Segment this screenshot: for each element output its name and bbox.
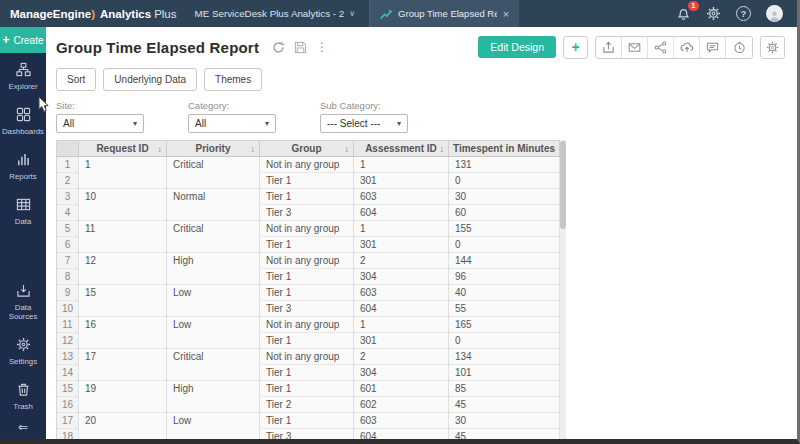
- settings-button[interactable]: [706, 6, 721, 21]
- caret-down-icon: ▾: [265, 119, 269, 128]
- cell-assessment-id: 1: [354, 221, 449, 237]
- cell-timespent: 55: [449, 301, 560, 317]
- refresh-icon[interactable]: [272, 41, 285, 54]
- clock-icon: [733, 41, 746, 54]
- brand-product: Analytics: [100, 8, 151, 20]
- cell-group: Not in any group: [260, 317, 354, 333]
- cell-timespent: 0: [449, 237, 560, 253]
- row-number: 13: [57, 349, 79, 365]
- cell-priority: High: [167, 381, 260, 413]
- table-row: 310NormalTier 160330: [57, 189, 560, 205]
- cell-timespent: 155: [449, 221, 560, 237]
- report-table-body: 11CriticalNot in any group11312Tier 1301…: [57, 157, 560, 440]
- more-options-icon[interactable]: ⋮: [316, 40, 328, 54]
- column-header-timespent[interactable]: Timespent in Minutes↓: [449, 141, 560, 157]
- create-button[interactable]: + Create: [0, 27, 46, 53]
- cell-group: Tier 3: [260, 429, 354, 440]
- edit-design-button[interactable]: Edit Design: [478, 36, 556, 58]
- sidebar-spacer: [0, 233, 46, 274]
- cell-group: Tier 3: [260, 205, 354, 221]
- save-icon[interactable]: [294, 41, 307, 54]
- column-header-priority[interactable]: Priority↓: [167, 141, 260, 157]
- cell-assessment-id: 2: [354, 253, 449, 269]
- row-number: 10: [57, 301, 79, 317]
- sort-icon[interactable]: ↓: [440, 144, 445, 154]
- sidebar-item-data-sources[interactable]: Data Sources: [0, 274, 46, 328]
- row-number: 17: [57, 413, 79, 429]
- column-header-group[interactable]: Group↓: [260, 141, 354, 157]
- cell-group: Tier 1: [260, 365, 354, 381]
- cell-request-id: 19: [79, 381, 167, 413]
- workspace-name: ME ServiceDesk Plus Analytics - 2: [195, 8, 345, 19]
- sort-icon[interactable]: ↓: [158, 144, 163, 154]
- cell-timespent: 45: [449, 429, 560, 440]
- workspace-selector[interactable]: ME ServiceDesk Plus Analytics - 2 ∨: [185, 0, 370, 27]
- trash-icon: [16, 382, 31, 399]
- sidebar-item-trash[interactable]: Trash: [0, 373, 46, 418]
- cell-priority: Critical: [167, 221, 260, 253]
- share-icon: [654, 41, 667, 54]
- cell-group: Tier 1: [260, 269, 354, 285]
- view-actions: Sort Underlying Data Themes: [56, 68, 797, 91]
- sidebar-item-dashboards[interactable]: Dashboards: [0, 98, 46, 143]
- sidebar-item-label: Data: [15, 217, 31, 226]
- cell-timespent: 144: [449, 253, 560, 269]
- row-number: 6: [57, 237, 79, 253]
- gear-icon: [16, 337, 31, 354]
- email-button[interactable]: [622, 37, 648, 58]
- comments-button[interactable]: [700, 37, 726, 58]
- row-number: 16: [57, 397, 79, 413]
- cell-assessment-id: 603: [354, 285, 449, 301]
- sidebar-item-settings[interactable]: Settings: [0, 328, 46, 373]
- schedule-button[interactable]: [726, 37, 752, 58]
- sub-category-select[interactable]: --- Select --- ▾: [320, 114, 408, 133]
- scrollbar-thumb[interactable]: [560, 141, 566, 229]
- themes-button[interactable]: Themes: [204, 68, 262, 91]
- sidebar-item-label: Dashboards: [2, 127, 44, 136]
- notification-badge: 1: [688, 1, 699, 11]
- cell-priority: Low: [167, 317, 260, 349]
- cell-priority: Critical: [167, 157, 260, 189]
- sidebar-item-data[interactable]: Data: [0, 188, 46, 233]
- row-number: 7: [57, 253, 79, 269]
- column-header-assessment-id[interactable]: Assessment ID↓: [354, 141, 449, 157]
- cloud-upload-icon: [680, 40, 694, 54]
- sort-button[interactable]: Sort: [56, 68, 96, 91]
- table-row: 1116LowNot in any group1165: [57, 317, 560, 333]
- sort-icon[interactable]: ↓: [251, 144, 256, 154]
- notifications-button[interactable]: 1: [676, 6, 691, 21]
- brand-product-suffix: Plus: [154, 8, 176, 20]
- avatar[interactable]: [766, 5, 783, 22]
- add-button[interactable]: +: [563, 36, 588, 59]
- cell-request-id: 12: [79, 253, 167, 285]
- tab-close-icon[interactable]: ×: [503, 8, 509, 20]
- cell-assessment-id: 604: [354, 429, 449, 440]
- tab-group-time-elapsed-report[interactable]: Group Time Elapsed Re... ×: [369, 0, 519, 27]
- share-button[interactable]: [648, 37, 674, 58]
- column-header-request-id[interactable]: Request ID↓: [79, 141, 167, 157]
- cell-timespent: 0: [449, 173, 560, 189]
- cell-priority: Normal: [167, 189, 260, 221]
- sort-icon[interactable]: ↓: [551, 144, 556, 154]
- cell-assessment-id: 1: [354, 317, 449, 333]
- category-select[interactable]: All ▾: [188, 114, 276, 133]
- help-button[interactable]: ?: [736, 6, 751, 21]
- cell-assessment-id: 304: [354, 365, 449, 381]
- topbar-actions: 1 ?: [676, 0, 797, 27]
- sidebar-item-explorer[interactable]: Explorer: [0, 53, 46, 98]
- export-button[interactable]: [596, 37, 622, 58]
- sidebar-collapse-button[interactable]: ⇐: [0, 418, 46, 439]
- underlying-data-button[interactable]: Underlying Data: [103, 68, 197, 91]
- filter-label: Sub Category:: [320, 100, 408, 111]
- table-scrollbar[interactable]: [560, 140, 566, 439]
- report-settings-button[interactable]: [760, 36, 785, 59]
- sidebar-item-reports[interactable]: Reports: [0, 143, 46, 188]
- cell-assessment-id: 304: [354, 269, 449, 285]
- sort-icon[interactable]: ↓: [345, 144, 350, 154]
- site-select[interactable]: All ▾: [56, 114, 144, 133]
- cell-assessment-id: 602: [354, 397, 449, 413]
- cell-timespent: 96: [449, 269, 560, 285]
- cell-timespent: 40: [449, 285, 560, 301]
- publish-button[interactable]: [674, 37, 700, 58]
- row-number-header: [57, 141, 79, 157]
